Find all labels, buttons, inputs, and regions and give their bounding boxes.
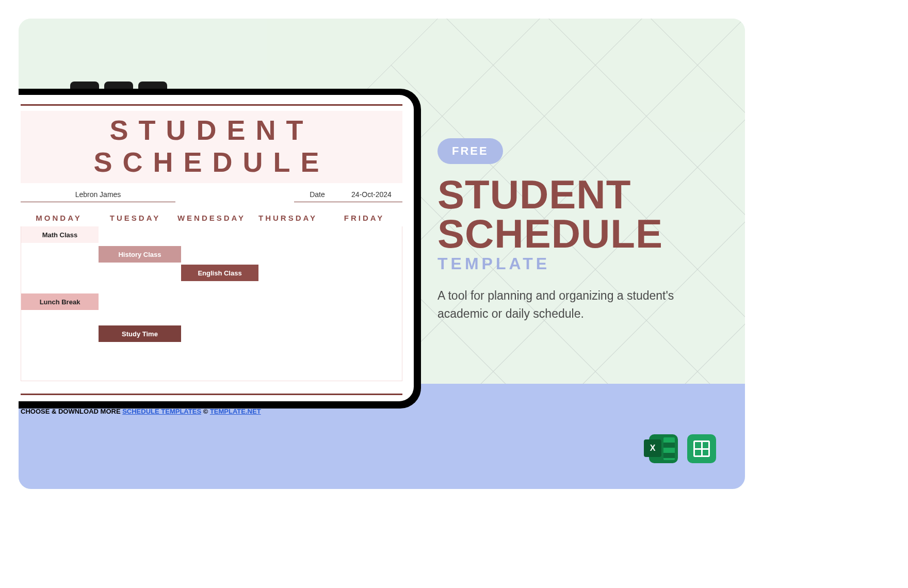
tablet-screen: STUDENT SCHEDULE Lebron James Date 24-Oc… [19,95,414,401]
sidebar-copy: FREE STUDENT SCHEDULE TEMPLATE A tool fo… [437,138,726,322]
tablet-frame: STUDENT SCHEDULE Lebron James Date 24-Oc… [19,89,421,409]
block-math-class: Math Class [21,226,99,243]
day-monday: MONDAY [21,214,97,222]
schedule-grid: Math Class History Class English Class L… [21,226,402,381]
google-sheets-icon [687,434,716,463]
template-subheading: TEMPLATE [437,254,726,273]
block-lunch-break: Lunch Break [21,293,99,310]
date-value: 24-Oct-2024 [340,190,402,202]
student-name: Lebron James [21,190,175,202]
template-title: STUDENT SCHEDULE [437,175,726,253]
download-prefix: CHOOSE & DOWNLOAD MORE [21,407,122,415]
day-friday: FRIDAY [326,214,402,222]
tablet-mockup: STUDENT SCHEDULE Lebron James Date 24-Oc… [19,89,421,409]
day-thursday: THURSDAY [250,214,326,222]
title-line-2: SCHEDULE [437,211,663,256]
meta-row: Lebron James Date 24-Oct-2024 [21,190,402,202]
format-icons [649,434,716,463]
copyright-prefix: © [203,407,210,415]
top-rule [21,104,402,106]
sheet-title: STUDENT SCHEDULE [21,111,402,183]
schedule-templates-link[interactable]: SCHEDULE TEMPLATES [122,407,201,415]
day-tuesday: TUESDAY [97,214,173,222]
day-wednesday: WENDESDAY [173,214,250,222]
day-header-row: MONDAY TUESDAY WENDESDAY THURSDAY FRIDAY [21,214,402,222]
free-badge: FREE [437,138,503,164]
excel-icon [649,434,678,463]
block-history-class: History Class [99,246,181,263]
bottom-rule [21,394,402,395]
block-english-class: English Class [181,265,258,281]
template-net-link[interactable]: TEMPLATE.NET [210,407,261,415]
block-study-time: Study Time [99,325,181,342]
meta-spacer [175,190,294,202]
download-line: CHOOSE & DOWNLOAD MORE SCHEDULE TEMPLATE… [21,407,402,415]
date-label: Date [294,190,340,202]
template-description: A tool for planning and organizing a stu… [437,287,706,322]
template-preview-card: FREE STUDENT SCHEDULE TEMPLATE A tool fo… [19,19,745,489]
